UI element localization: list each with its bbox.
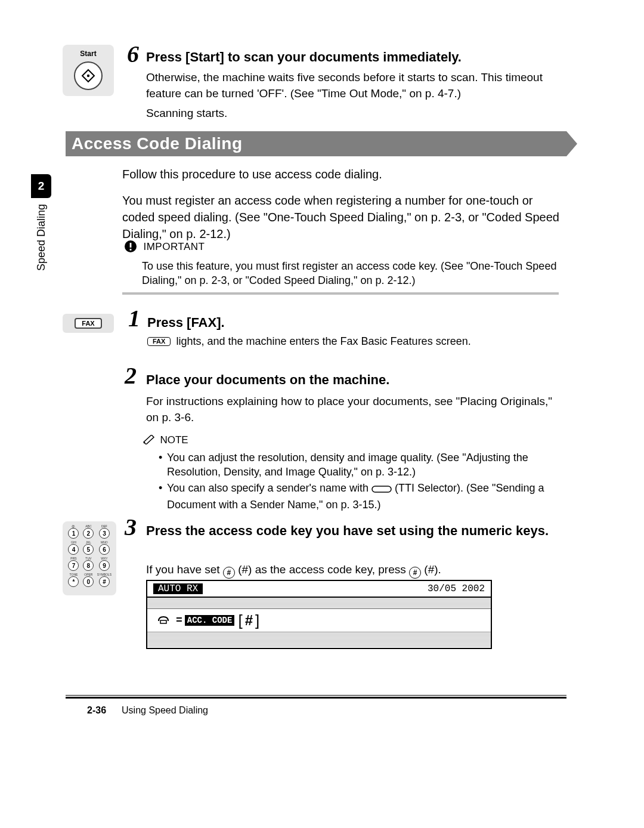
step-2-heading: Place your documents on the machine. [146,372,389,388]
fax-key-illustration: FAX [63,314,114,333]
step-3-heading: Press the access code key you have set u… [146,523,564,540]
lcd-panel: AUTO RX 30/05 2002 = ACC. CODE [ # ] [146,580,492,649]
numpad-key-cell: MNO6 [97,541,112,555]
start-key-label: Start [80,50,96,58]
lcd-acc-code-label: ACC. CODE [185,615,235,626]
svg-rect-2 [130,243,132,248]
lcd-mode: AUTO RX [153,583,203,594]
important-label: IMPORTANT [143,241,205,252]
numpad-key-cell: TONE* [67,573,80,587]
lcd-shade-top [147,598,491,608]
start-key-circle [74,61,103,90]
numpad-key-cell: JKL5 [82,541,95,555]
numpad-illustration: @.1ABC2DEF3GHI4JKL5MNO6PRS7TUV8WXY9TONE*… [63,521,116,595]
numpad-key-cell: PRS7 [67,557,80,571]
step-6-body2: Scanning starts. [146,107,227,120]
intro-p1: Follow this procedure to use access code… [122,166,564,183]
numpad-key-cell: SYMBOLS# [97,573,112,587]
step-3-body-mid: (#) as the access code key, press [235,563,409,576]
note-item-2-pre: You can also specify a sender's name wit… [167,482,371,494]
step-2-number: 2 [125,362,137,390]
start-key-illustration: Start [63,45,114,96]
svg-rect-5 [160,620,166,623]
intro-text: Follow this procedure to use access code… [122,166,564,242]
important-callout: IMPORTANT To use this feature, you must … [124,240,565,288]
lcd-bracket-open: [ [238,611,242,630]
inline-fax-pill: FAX [147,337,171,346]
lcd-hash: # [245,612,253,629]
svg-point-0 [87,75,89,77]
section-heading-bar: Access Code Dialing [66,131,566,156]
step-2-body: For instructions explaining how to place… [146,394,564,425]
numpad-key-cell: WXY9 [97,557,112,571]
circled-hash-icon: # [409,567,421,579]
side-tab: 2 Speed Dialing [31,174,51,271]
step-1-body-after: lights, and the machine enters the Fax B… [173,335,470,347]
page-number: 2-36 [87,705,106,715]
horizontal-separator [122,292,559,295]
lcd-middle-row: = ACC. CODE [ # ] [147,608,491,632]
lcd-shade-bottom [147,632,491,647]
lcd-bracket-close: ] [255,611,259,630]
phone-icon [157,614,170,628]
lcd-equals: = [176,614,182,626]
intro-p2: You must register an access code when re… [122,192,564,242]
important-icon [124,240,137,255]
note-icon [143,435,155,447]
start-diamond-icon [81,69,95,83]
step-1-body: FAX lights, and the machine enters the F… [147,335,471,348]
svg-rect-3 [130,249,132,251]
numpad-key-cell: TUV8 [82,557,95,571]
note-list: You can adjust the resolution, density a… [159,450,578,512]
numpad-key-cell: DEF3 [97,525,112,539]
note-label: NOTE [160,434,188,446]
footer-rule [66,697,566,699]
step-3-body-post: (#). [421,563,441,576]
note-callout: NOTE You can adjust the resolution, dens… [143,434,578,513]
step-3-number: 3 [125,513,137,541]
note-item-1: You can adjust the resolution, density a… [159,450,578,480]
tti-selector-icon [371,483,392,498]
lcd-top-row: AUTO RX 30/05 2002 [147,581,491,598]
step-3-body: If you have set # (#) as the access code… [146,563,441,579]
step-1-number: 1 [128,304,140,332]
numpad-grid: @.1ABC2DEF3GHI4JKL5MNO6PRS7TUV8WXY9TONE*… [67,525,112,587]
step-6-heading: Press [Start] to scan your documents imm… [146,50,462,65]
fax-key-label: FAX [75,318,101,329]
footer: 2-36Using Speed Dialing [87,705,208,716]
footer-title: Using Speed Dialing [122,705,208,715]
numpad-key-cell: @.1 [67,525,80,539]
numpad-key-cell: OPER0 [82,573,95,587]
step-3-body-pre: If you have set [146,563,223,576]
note-item-2: You can also specify a sender's name wit… [159,481,578,512]
numpad-key-cell: ABC2 [82,525,95,539]
lcd-date: 30/05 2002 [428,583,485,594]
chapter-number-badge: 2 [31,174,51,198]
side-label: Speed Dialing [35,204,48,271]
step-1-heading: Press [FAX]. [147,315,225,330]
step-6-body: Otherwise, the machine waits five second… [146,70,564,101]
circled-hash-icon: # [223,567,235,579]
svg-rect-4 [372,486,391,492]
step-6-number: 6 [127,40,139,68]
important-body: To use this feature, you must first regi… [142,259,565,288]
section-title: Access Code Dialing [72,134,242,153]
numpad-key-cell: GHI4 [67,541,80,555]
